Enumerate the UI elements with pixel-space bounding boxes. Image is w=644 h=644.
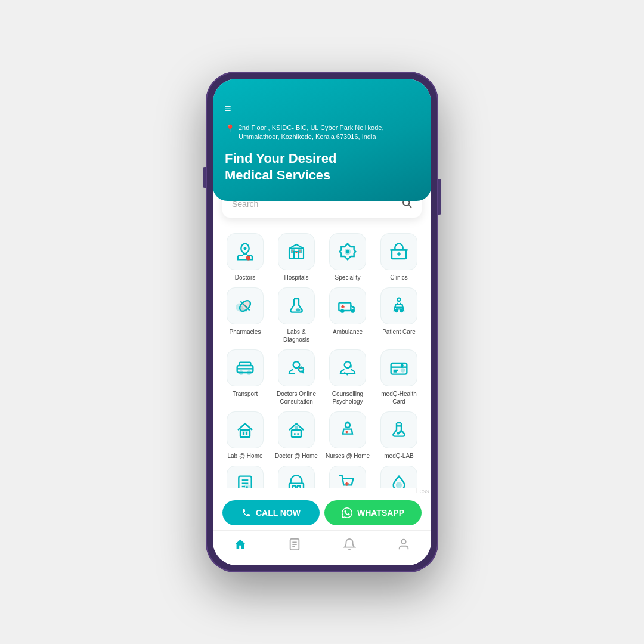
service-label-medq-lab: medQ-LAB [384, 452, 413, 460]
service-label-ambulance: Ambulance [333, 328, 363, 336]
service-label-counselling: Counselling Psychology [325, 390, 370, 405]
whatsapp-icon [342, 507, 352, 518]
service-doctors-online[interactable]: Doctors Online Consultation [274, 349, 319, 405]
service-label-lab-home: Lab @ Home [227, 452, 262, 460]
service-rooms-hospital[interactable]: Rooms Near Hospital [274, 466, 319, 488]
svg-rect-9 [292, 250, 294, 252]
phone-frame: ≡ 📍 2nd Floor , KSIDC- BIC, UL Cyber Par… [206, 72, 438, 572]
call-now-button[interactable]: CALL NOW [222, 500, 320, 525]
svg-point-20 [296, 309, 299, 311]
service-clinics[interactable]: Clinics [376, 233, 422, 281]
service-label-doctor-home: Doctor @ Home [275, 452, 318, 460]
service-speciality[interactable]: Speciality [325, 233, 370, 281]
service-label-transport: Transport [233, 390, 258, 398]
service-pharmacies[interactable]: Pharmacies [222, 287, 268, 343]
services-grid: Doctors H [222, 233, 422, 488]
service-counselling[interactable]: Counselling Psychology [325, 349, 370, 405]
svg-rect-59 [289, 484, 304, 488]
service-medq-lab[interactable]: medQ-LAB [376, 411, 422, 460]
phone-icon [242, 508, 251, 518]
service-label-doctors-online: Doctors Online Consultation [274, 390, 319, 405]
service-lab-home[interactable]: Lab @ Home [222, 411, 268, 460]
svg-point-66 [397, 482, 401, 487]
svg-point-33 [293, 361, 300, 368]
service-medq-relife[interactable]: medQ_ReLife [376, 466, 422, 488]
location-text: 2nd Floor , KSIDC- BIC, UL Cyber Park Ne… [239, 123, 419, 142]
svg-rect-10 [299, 250, 301, 252]
svg-rect-43 [292, 430, 301, 437]
svg-point-30 [240, 371, 243, 374]
svg-point-28 [400, 309, 402, 312]
nav-notifications[interactable] [333, 535, 366, 553]
svg-point-23 [352, 310, 354, 312]
services-content: Doctors H [213, 218, 431, 488]
nav-docs[interactable] [278, 535, 311, 553]
svg-point-45 [345, 423, 350, 428]
service-label-clinics: Clinics [390, 274, 407, 281]
header: ≡ 📍 2nd Floor , KSIDC- BIC, UL Cyber Par… [213, 79, 431, 201]
service-transport[interactable]: Transport [222, 349, 268, 405]
svg-line-1 [408, 205, 411, 207]
svg-point-87 [402, 540, 406, 544]
svg-point-27 [395, 309, 398, 312]
service-patient-care[interactable]: Patient Care [376, 287, 422, 343]
svg-point-50 [397, 432, 399, 434]
svg-point-37 [350, 366, 352, 367]
less-label: Less [213, 488, 431, 494]
service-nurses-home[interactable]: Nurses @ Home [325, 411, 370, 460]
svg-point-40 [401, 369, 404, 371]
svg-point-2 [244, 247, 246, 249]
service-doctor-home[interactable]: Doctor @ Home [274, 411, 319, 460]
bottom-section: Less CALL NOW WHATSAPP [213, 488, 431, 530]
bottom-nav [213, 530, 431, 565]
service-label-speciality: Speciality [335, 274, 361, 281]
service-hospitals[interactable]: Hospitals [274, 233, 319, 281]
svg-point-26 [397, 298, 400, 301]
service-label-doctors: Doctors [235, 274, 255, 281]
service-medq-test[interactable]: medQ_Test [222, 466, 268, 488]
phone-screen: ≡ 📍 2nd Floor , KSIDC- BIC, UL Cyber Par… [213, 79, 431, 565]
svg-point-35 [301, 367, 301, 368]
service-medq-store[interactable]: medQ-Store [325, 466, 370, 488]
menu-icon[interactable]: ≡ [225, 103, 419, 115]
service-labs[interactable]: Labs & Diagnosis [274, 287, 319, 343]
location-pin-icon: 📍 [225, 124, 235, 134]
svg-rect-42 [243, 431, 247, 434]
nav-home[interactable] [224, 535, 256, 553]
service-label-pharmacies: Pharmacies [230, 328, 261, 336]
service-medq-health-card[interactable]: medQ-Health Card [376, 349, 422, 405]
svg-point-22 [341, 310, 343, 312]
service-label-nurses-home: Nurses @ Home [326, 452, 370, 460]
header-title: Find Your Desired Medical Services [225, 150, 419, 184]
service-label-medq-health-card: medQ-Health Card [376, 390, 422, 405]
svg-point-12 [346, 250, 349, 253]
svg-rect-21 [339, 303, 351, 311]
bottom-actions: CALL NOW WHATSAPP [213, 496, 431, 530]
service-label-labs: Labs & Diagnosis [274, 328, 319, 343]
svg-point-51 [400, 431, 401, 432]
location-row: 📍 2nd Floor , KSIDC- BIC, UL Cyber Park … [225, 123, 419, 142]
svg-point-44 [295, 426, 298, 429]
service-label-patient-care: Patient Care [382, 328, 416, 336]
svg-point-31 [247, 371, 250, 374]
service-label-hospitals: Hospitals [284, 274, 308, 281]
service-ambulance[interactable]: Ambulance [325, 287, 370, 343]
service-doctors[interactable]: Doctors [222, 233, 268, 281]
whatsapp-button[interactable]: WHATSAPP [324, 500, 422, 525]
nav-profile[interactable] [388, 535, 420, 553]
